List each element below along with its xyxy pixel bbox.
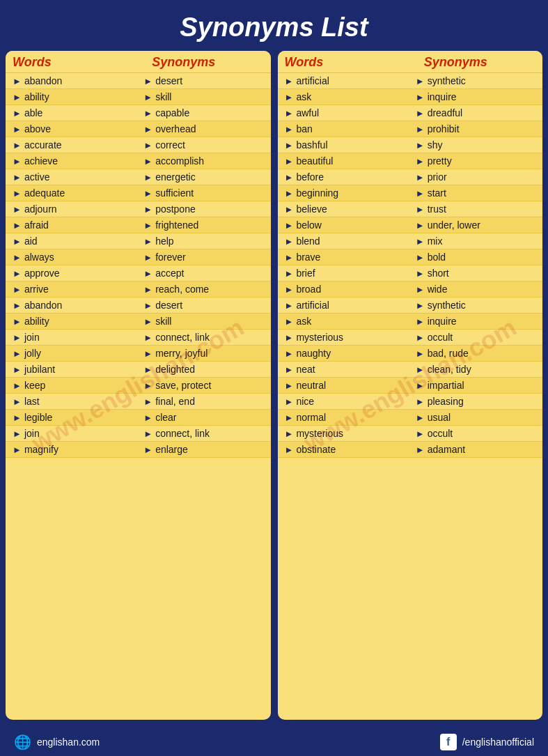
- word-label: naughty: [296, 348, 331, 359]
- arrow-icon: ►: [13, 429, 22, 439]
- arrow-icon: ►: [13, 172, 22, 183]
- word-label: beautiful: [296, 155, 333, 167]
- word-label: mysterious: [296, 332, 343, 343]
- table-row: ► before ► prior: [278, 169, 543, 185]
- word-label: ask: [296, 91, 311, 102]
- word-label: accurate: [24, 139, 62, 151]
- synonym-label: shy: [428, 139, 443, 151]
- arrow-icon: ►: [13, 284, 22, 295]
- synonym-label: overhead: [155, 123, 196, 134]
- table-row: ► obstinate ► adamant: [278, 442, 543, 458]
- arrow-icon: ►: [13, 236, 22, 247]
- word-cell: ► adequate: [13, 187, 138, 199]
- footer-social: f /englishanofficial: [440, 734, 534, 750]
- arrow-icon: ►: [13, 348, 22, 359]
- left-table-header: Words Synonyms: [6, 51, 271, 73]
- table-row: ► keep ► save, protect: [6, 378, 271, 394]
- arrow-icon: ►: [416, 412, 425, 423]
- table-row: ► able ► capable: [6, 105, 271, 121]
- arrow-icon: ►: [143, 204, 152, 215]
- synonym-label: synthetic: [428, 75, 466, 86]
- synonym-label: inquire: [428, 316, 457, 327]
- arrow-icon: ►: [13, 76, 22, 86]
- synonym-cell: ► dreadful: [410, 107, 535, 118]
- arrow-icon: ►: [143, 300, 152, 311]
- arrow-icon: ►: [285, 300, 294, 311]
- word-label: artificial: [296, 75, 329, 86]
- word-label: able: [24, 107, 42, 118]
- synonym-cell: ► start: [410, 187, 535, 199]
- arrow-icon: ►: [285, 172, 294, 183]
- social-label: /englishanofficial: [462, 736, 534, 748]
- synonym-cell: ► accomplish: [138, 155, 263, 167]
- globe-icon: 🌐: [14, 734, 31, 750]
- footer-website: 🌐 englishan.com: [14, 734, 100, 750]
- synonym-cell: ► occult: [410, 332, 535, 343]
- arrow-icon: ►: [13, 445, 22, 455]
- arrow-icon: ►: [416, 188, 425, 199]
- word-cell: ► artificial: [285, 75, 410, 86]
- word-label: jubilant: [24, 364, 55, 375]
- word-label: awful: [296, 107, 319, 118]
- word-label: blend: [296, 236, 320, 247]
- word-cell: ► normal: [285, 412, 410, 423]
- arrow-icon: ►: [285, 316, 294, 327]
- synonym-cell: ► short: [410, 268, 535, 279]
- arrow-icon: ►: [416, 284, 425, 295]
- arrow-icon: ►: [416, 429, 425, 439]
- synonym-label: clear: [155, 412, 176, 423]
- facebook-icon: f: [440, 734, 457, 750]
- table-row: ► ask ► inquire: [278, 314, 543, 330]
- word-label: broad: [296, 284, 321, 295]
- arrow-icon: ►: [13, 92, 22, 102]
- synonym-cell: ► shy: [410, 139, 535, 151]
- synonym-cell: ► connect, link: [138, 332, 263, 343]
- word-cell: ► afraid: [13, 219, 138, 231]
- word-label: above: [24, 123, 51, 134]
- table-row: ► magnify ► enlarge: [6, 442, 271, 458]
- synonym-label: start: [428, 187, 446, 199]
- synonym-label: impartial: [428, 380, 464, 391]
- left-table: Words Synonyms ► abandon ► desert ► abil…: [6, 51, 271, 720]
- synonym-label: dreadful: [428, 107, 463, 118]
- word-cell: ► arrive: [13, 284, 138, 295]
- arrow-icon: ►: [416, 124, 425, 134]
- arrow-icon: ►: [285, 332, 294, 343]
- arrow-icon: ►: [143, 396, 152, 407]
- synonym-cell: ► wide: [410, 284, 535, 295]
- arrow-icon: ►: [416, 220, 425, 231]
- word-label: bashful: [296, 139, 327, 151]
- synonym-cell: ► adamant: [410, 444, 535, 455]
- table-row: ► always ► forever: [6, 249, 271, 265]
- table-row: ► blend ► mix: [278, 233, 543, 249]
- synonym-cell: ► usual: [410, 412, 535, 423]
- table-row: ► bashful ► shy: [278, 137, 543, 153]
- arrow-icon: ►: [143, 236, 152, 247]
- synonym-cell: ► mix: [410, 236, 535, 247]
- arrow-icon: ►: [143, 92, 152, 102]
- right-words-header: Words: [285, 55, 410, 70]
- arrow-icon: ►: [143, 445, 152, 455]
- table-row: ► artificial ► synthetic: [278, 73, 543, 89]
- left-words-header: Words: [13, 55, 138, 70]
- word-label: always: [24, 252, 54, 263]
- word-label: aid: [24, 236, 38, 247]
- table-row: ► afraid ► frightened: [6, 217, 271, 233]
- synonym-cell: ► desert: [138, 75, 263, 86]
- arrow-icon: ►: [285, 252, 294, 263]
- word-label: abandon: [24, 300, 63, 311]
- arrow-icon: ►: [416, 348, 425, 359]
- arrow-icon: ►: [13, 156, 22, 167]
- synonym-cell: ► inquire: [410, 91, 535, 102]
- synonym-label: under, lower: [428, 219, 480, 231]
- table-row: ► abandon ► desert: [6, 73, 271, 89]
- synonym-cell: ► synthetic: [410, 75, 535, 86]
- synonym-cell: ► prohibit: [410, 123, 535, 134]
- arrow-icon: ►: [285, 364, 294, 375]
- synonym-label: frightened: [155, 219, 198, 231]
- synonym-cell: ► under, lower: [410, 219, 535, 231]
- table-row: ► broad ► wide: [278, 281, 543, 298]
- synonym-cell: ► skill: [138, 91, 263, 102]
- word-cell: ► artificial: [285, 300, 410, 311]
- word-label: join: [24, 332, 40, 343]
